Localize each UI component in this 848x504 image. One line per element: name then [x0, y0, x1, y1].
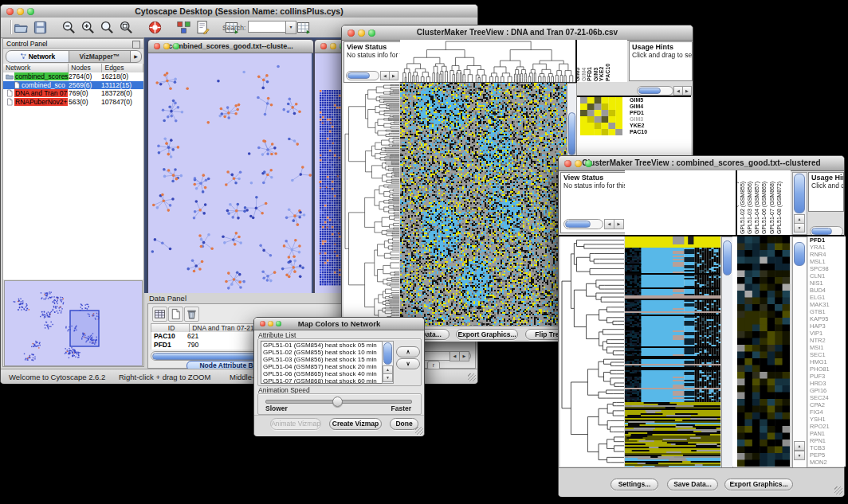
column-header-nodes[interactable]: Nodes [69, 64, 102, 72]
attribute-list-item[interactable]: GPL51-02 (GSM855) heat shock 10 min [261, 349, 393, 356]
tv2-gene-vscrollbar[interactable]: ▲ ▼ [792, 236, 807, 468]
tv2-row-dendrogram[interactable] [560, 236, 624, 467]
move-down-button[interactable]: ∨ [396, 358, 420, 369]
network-tab-icon[interactable] [20, 52, 27, 59]
treeview1-titlebar[interactable]: ClusterMaker TreeView : DNA and Tran 07-… [342, 25, 693, 41]
close-icon[interactable] [260, 321, 265, 326]
minimize-icon[interactable] [163, 43, 170, 49]
search-input[interactable] [248, 21, 286, 33]
scroll-down-icon[interactable]: ▼ [383, 373, 393, 382]
gene-label: SEC1 [810, 351, 846, 358]
scroll-down-icon[interactable]: ▼ [794, 223, 805, 232]
move-up-button[interactable]: ∧ [396, 346, 420, 357]
tv2-gene-list: PFD1YRA1RNR4MSL1SPC98CLN1NIS1BUD4ELG1MAK… [808, 236, 846, 467]
network-row[interactable]: DNA and Tran 07769(0)183728(0) [3, 89, 143, 98]
help-ring-icon[interactable] [147, 20, 163, 35]
tv2-status-hscrollbar[interactable] [563, 219, 603, 229]
network-row[interactable]: combined_scores2764(0)16218(0) [3, 72, 143, 81]
minimize-icon[interactable] [17, 8, 24, 15]
birdseye-view-canvas[interactable] [4, 280, 143, 366]
close-icon[interactable] [154, 43, 160, 49]
file-icon [13, 81, 21, 89]
zoom-window-icon[interactable] [368, 29, 375, 37]
zoom-window-icon[interactable] [276, 321, 281, 326]
vizmapper-squares-icon[interactable] [176, 20, 191, 35]
tv1-row-dendrogram[interactable] [344, 83, 399, 326]
scroll-right-icon[interactable]: ▶ [682, 86, 692, 96]
annotation-icon[interactable] [195, 20, 210, 35]
minimize-icon[interactable] [575, 160, 582, 167]
scroll-up-icon[interactable]: ▲ [794, 441, 805, 451]
zoom-fit-icon[interactable] [119, 20, 134, 35]
tv2-column-label: GPL51-02 (GSM855) [740, 182, 746, 234]
import-table-icon[interactable] [296, 20, 311, 35]
tv2-heatmap-vscrollbar[interactable] [721, 236, 733, 468]
network-view-titlebar[interactable]: combined_scores_good.txt--cluste... [148, 40, 313, 53]
attribute-list-item[interactable]: GPL51-01 (GSM854) heat shock 05 min [261, 342, 393, 349]
attribute-list-item[interactable]: GPL51-06 (GSM865) heat shock 40 min [261, 370, 393, 377]
network-row[interactable]: RNAPuberNov2+563(0)107847(0) [3, 98, 143, 107]
tv2-button-exportgraphics[interactable]: Export Graphics... [724, 479, 793, 490]
tv1-similarity-matrix-canvas[interactable] [580, 97, 622, 135]
delete-attribute-icon[interactable] [184, 307, 199, 322]
control-panel: Control Panel NetworkVizMapper™▶ Network… [2, 38, 144, 367]
tv2-top-vscrollbar[interactable]: ▲ ▼ [792, 172, 807, 235]
scroll-right-icon[interactable]: ▶ [614, 219, 624, 229]
search-dropdown-icon[interactable]: ▾ [285, 21, 296, 34]
tv2-global-heatmap-canvas[interactable] [625, 236, 720, 467]
done-button[interactable]: Done [390, 418, 418, 430]
save-icon[interactable] [33, 20, 48, 35]
tv1-status-hscrollbar[interactable] [346, 71, 379, 80]
resize-grip[interactable] [834, 486, 842, 494]
animate-vizmap-button[interactable]: Animate Vizmap [270, 418, 321, 430]
new-attribute-icon[interactable] [168, 307, 183, 322]
close-icon[interactable] [6, 8, 14, 15]
zoom-out-icon[interactable] [61, 20, 77, 35]
create-vizmap-button[interactable]: Create Vizmap [329, 418, 382, 430]
float-panel-icon[interactable] [132, 41, 140, 49]
zoom-window-icon[interactable] [585, 160, 592, 167]
tab-vizmapper[interactable]: VizMapper™ [69, 50, 131, 63]
attribute-list-item[interactable]: GPL51-07 (GSM868) heat shock 60 min [261, 377, 393, 384]
open-folder-icon[interactable] [14, 20, 29, 35]
minimize-icon[interactable] [330, 43, 336, 49]
network-canvas[interactable] [148, 53, 312, 293]
tv1-heatmap-canvas[interactable] [400, 83, 567, 326]
tv1-column-label: PFD1 [587, 67, 593, 81]
scroll-down-icon[interactable]: ▼ [794, 451, 805, 460]
tv2-button-savedata[interactable]: Save Data... [667, 479, 718, 490]
resize-grip[interactable] [415, 427, 423, 435]
attribute-list-item[interactable]: GPL51-03 (GSM856) heat shock 15 min [261, 356, 393, 363]
dialog-titlebar[interactable]: Map Colors to Network [254, 318, 424, 330]
column-header-edges[interactable]: Edges [102, 64, 143, 72]
attribute-list-item[interactable]: GPL51-04 (GSM857) heat shock 20 min [261, 363, 393, 370]
zoom-actual-icon[interactable] [100, 20, 115, 35]
tv1-rightpane-hscrollbar[interactable] [637, 86, 673, 96]
close-icon[interactable] [347, 29, 355, 37]
tv1-column-dendrogram[interactable] [400, 40, 575, 83]
network-row[interactable]: combined_sco2569(6)13112(15) [3, 81, 143, 90]
zoom-in-icon[interactable] [80, 20, 96, 35]
main-titlebar[interactable]: Cytoscape Desktop (Session Name: collins… [1, 5, 477, 18]
tv2-usage-text: Click and drag to select [809, 182, 843, 189]
resize-grip[interactable] [468, 373, 476, 381]
attribute-list-vscrollbar[interactable]: ▲ ▼ [382, 341, 394, 384]
treeview2-titlebar[interactable]: ClusterMaker TreeView : combined_scores_… [559, 156, 844, 171]
tv2-zoom-heatmap-canvas[interactable] [737, 236, 790, 467]
tab-overflow-button[interactable]: ▶ [130, 50, 142, 63]
attribute-table-icon[interactable] [152, 307, 167, 322]
tab-network[interactable]: Network [6, 50, 69, 63]
zoom-window-icon[interactable] [27, 8, 34, 15]
minimize-icon[interactable] [358, 29, 365, 37]
attribute-list[interactable]: GPL51-01 (GSM854) heat shock 05 minGPL51… [261, 341, 394, 384]
close-icon[interactable] [320, 43, 327, 49]
gene-label: YSH1 [810, 416, 846, 423]
tv2-button-settings[interactable]: Settings... [610, 479, 658, 490]
zoom-window-icon[interactable] [173, 43, 179, 49]
scroll-right-icon[interactable]: ▶ [389, 71, 398, 80]
column-header-network[interactable]: Network [3, 64, 69, 72]
close-icon[interactable] [564, 160, 571, 167]
speed-slider-thumb[interactable] [332, 397, 343, 407]
tv1-button-exportgraphics[interactable]: Export Graphics... [456, 329, 518, 340]
minimize-icon[interactable] [268, 321, 273, 326]
